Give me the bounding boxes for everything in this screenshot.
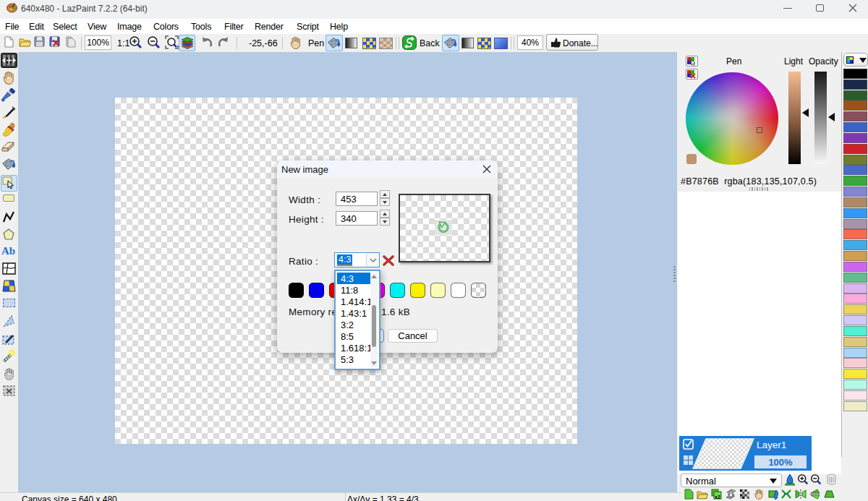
- svg-text:x2: x2: [715, 494, 720, 500]
